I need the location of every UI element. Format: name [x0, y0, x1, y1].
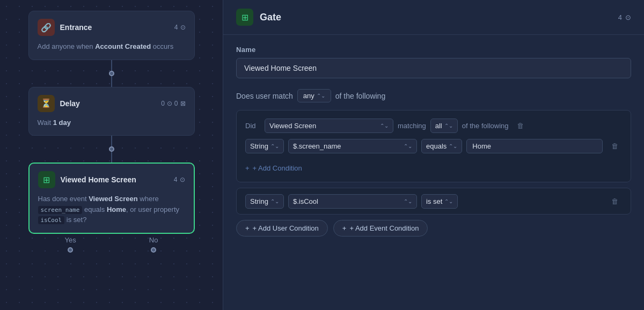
name-input[interactable] [236, 58, 631, 78]
matching-select[interactable]: all ⌃⌄ [430, 119, 458, 133]
matching-chevron: ⌃⌄ [444, 123, 453, 129]
event-condition-block: Did Viewed Screen ⌃⌄ matching all ⌃⌄ of … [236, 110, 631, 182]
add-event-condition-button[interactable]: + + Add Event Condition [333, 220, 428, 237]
delay-title: Delay [60, 99, 80, 108]
matching-label: matching [398, 122, 426, 130]
sub-operator-chevron: ⌃⌄ [449, 143, 457, 149]
did-label: Did [245, 122, 260, 130]
entrance-icon: 🔗 [38, 19, 55, 36]
connector-1 [111, 60, 112, 71]
outer-operator-select[interactable]: is set ⌃⌄ [421, 194, 458, 209]
outer-field-select[interactable]: $.isCool ⌃⌄ [288, 194, 417, 209]
delay-title-group: ⏳ Delay [38, 95, 80, 112]
yes-no-area: Yes No [28, 236, 195, 253]
outer-condition-row: String ⌃⌄ $.isCool ⌃⌄ is set ⌃⌄ 🗑 [236, 188, 631, 215]
connector-4 [111, 152, 112, 163]
panel-header: ⊞ Gate 4 ⊙ [223, 0, 644, 35]
connector-dot-2 [109, 146, 114, 152]
event-select-chevron: ⌃⌄ [380, 123, 389, 129]
event-select[interactable]: Viewed Screen ⌃⌄ [265, 119, 393, 133]
gate-body: Has done event Viewed Screen where scree… [38, 194, 185, 225]
entrance-badge: 4 ⊙ [174, 24, 186, 31]
connector-dot-1 [109, 71, 114, 76]
yes-label: Yes [65, 236, 76, 253]
sub-field-select[interactable]: $.screen_name ⌃⌄ [288, 139, 417, 153]
gate-badge: 4 ⊙ [174, 176, 185, 183]
add-condition-plus-icon: + [245, 164, 250, 172]
right-panel: ⊞ Gate 4 ⊙ Name Does user match any ⌃⌄ o… [223, 0, 644, 310]
gate-title: Viewed Home Screen [61, 175, 136, 184]
outer-condition-delete-button[interactable]: 🗑 [607, 194, 622, 209]
gate-header: ⊞ Viewed Home Screen 4 ⊙ [38, 171, 185, 188]
add-condition-button[interactable]: + + Add Condition [245, 162, 302, 174]
sub-field-chevron: ⌃⌄ [404, 143, 412, 149]
of-following-label: of the following [462, 122, 509, 130]
match-row: Does user match any ⌃⌄ of the following [236, 89, 631, 102]
no-dot [151, 247, 156, 253]
entrance-node[interactable]: 🔗 Entrance 4 ⊙ Add anyone when Account C… [28, 11, 195, 60]
delay-body: Wait 1 day [38, 117, 186, 128]
match-option-chevron: ⌃⌄ [317, 93, 325, 99]
panel-header-left: ⊞ Gate [236, 9, 281, 26]
panel-gate-icon: ⊞ [236, 9, 253, 26]
sub-condition-delete-button[interactable]: 🗑 [607, 138, 622, 153]
sub-type-chevron: ⌃⌄ [270, 143, 279, 149]
add-condition-group: + + Add User Condition + + Add Event Con… [236, 220, 631, 237]
add-user-condition-button[interactable]: + + Add User Condition [236, 220, 328, 237]
outer-type-chevron: ⌃⌄ [270, 198, 279, 204]
name-label: Name [236, 46, 631, 54]
connector-3 [111, 136, 112, 146]
no-label: No [149, 236, 158, 253]
delay-header: ⏳ Delay 0 ⊙ 0 ⊠ [38, 95, 186, 112]
panel-title: Gate [260, 12, 281, 23]
flow-area: 🔗 Entrance 4 ⊙ Add anyone when Account C… [0, 0, 223, 310]
panel-body: Name Does user match any ⌃⌄ of the follo… [223, 35, 644, 247]
outer-type-select[interactable]: String ⌃⌄ [245, 194, 284, 209]
connector-2 [111, 76, 112, 87]
name-section: Name [236, 46, 631, 78]
delay-icon: ⏳ [38, 95, 55, 112]
gate-node[interactable]: ⊞ Viewed Home Screen 4 ⊙ Has done event … [28, 163, 195, 234]
add-user-plus-icon: + [245, 224, 250, 232]
outer-operator-chevron: ⌃⌄ [444, 198, 453, 204]
delay-badge: 0 ⊙ 0 ⊠ [161, 100, 185, 107]
sub-value-input[interactable] [466, 139, 603, 153]
sub-type-select[interactable]: String ⌃⌄ [245, 139, 284, 153]
gate-title-group: ⊞ Viewed Home Screen [38, 171, 136, 188]
delay-node[interactable]: ⏳ Delay 0 ⊙ 0 ⊠ Wait 1 day [28, 87, 195, 136]
sub-condition-row: String ⌃⌄ $.screen_name ⌃⌄ equals ⌃⌄ 🗑 [245, 138, 622, 153]
entrance-body: Add anyone when Account Created occurs [38, 41, 186, 52]
flow-canvas: 🔗 Entrance 4 ⊙ Add anyone when Account C… [0, 0, 223, 310]
entrance-title-group: 🔗 Entrance [38, 19, 92, 36]
entrance-header: 🔗 Entrance 4 ⊙ [38, 19, 186, 36]
sub-operator-select[interactable]: equals ⌃⌄ [421, 139, 462, 153]
panel-header-right: 4 ⊙ [618, 13, 631, 21]
event-top-row: Did Viewed Screen ⌃⌄ matching all ⌃⌄ of … [245, 118, 622, 133]
outer-field-chevron: ⌃⌄ [404, 198, 412, 204]
gate-icon: ⊞ [38, 171, 55, 188]
match-option-select[interactable]: any ⌃⌄ [297, 89, 331, 102]
add-event-plus-icon: + [342, 224, 347, 232]
entrance-title: Entrance [60, 23, 92, 32]
event-block-delete-button[interactable]: 🗑 [513, 118, 528, 133]
yes-dot [68, 247, 73, 253]
